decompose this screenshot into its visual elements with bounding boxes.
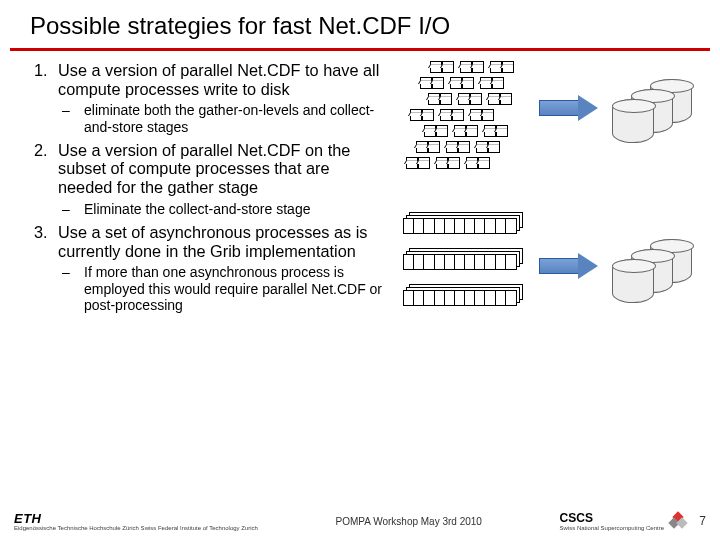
body: Use a version of parallel Net.CDF to hav… <box>0 61 720 319</box>
sub-item: If more than one asynchronous process is… <box>58 264 386 312</box>
eth-logo-text: ETH <box>14 512 258 525</box>
footer: ETH Eidgenössische Technische Hochschule… <box>0 508 720 540</box>
footer-right: CSCS Swiss National Supercomputing Centr… <box>560 511 706 531</box>
footer-center: POMPA Workshop May 3rd 2010 <box>336 516 482 527</box>
slide: Possible strategies for fast Net.CDF I/O… <box>0 0 720 540</box>
disk-stack-icon <box>612 239 702 299</box>
list-item: Use a set of asynchronous processes as i… <box>52 223 386 313</box>
slab-stack-icon <box>404 213 524 321</box>
sub-item: Eliminate the collect-and-store stage <box>58 201 386 217</box>
arrow-right-icon <box>539 95 599 121</box>
cscs-block: CSCS Swiss National Supercomputing Centr… <box>560 511 664 531</box>
graphics-column <box>386 61 698 319</box>
cube-cluster-icon <box>404 57 524 187</box>
footer-left: ETH Eidgenössische Technische Hochschule… <box>14 512 258 531</box>
item-text: Use a set of asynchronous processes as i… <box>58 223 386 260</box>
list-item: Use a version of parallel Net.CDF on the… <box>52 141 386 217</box>
item-text: Use a version of parallel Net.CDF to hav… <box>58 61 386 98</box>
cscs-subtitle: Swiss National Supercomputing Centre <box>560 525 664 531</box>
page-number: 7 <box>692 514 706 528</box>
cscs-logo-text: CSCS <box>560 511 593 525</box>
strategy-list: Use a version of parallel Net.CDF to hav… <box>16 61 386 313</box>
eth-subtitle: Eidgenössische Technische Hochschule Zür… <box>14 525 258 531</box>
sub-item: eliminate both the gather-on-levels and … <box>58 102 386 134</box>
disk-stack-icon <box>612 79 702 139</box>
text-column: Use a version of parallel Net.CDF to hav… <box>16 61 386 319</box>
diagram-cubes-to-disk <box>404 57 699 187</box>
title-divider <box>10 48 710 51</box>
slide-title: Possible strategies for fast Net.CDF I/O <box>0 0 720 46</box>
list-item: Use a version of parallel Net.CDF to hav… <box>52 61 386 135</box>
item-text: Use a version of parallel Net.CDF on the… <box>58 141 386 197</box>
diagram-slabs-to-disk <box>404 213 699 321</box>
arrow-right-icon <box>539 253 599 279</box>
cscs-logo-icon <box>670 513 686 529</box>
